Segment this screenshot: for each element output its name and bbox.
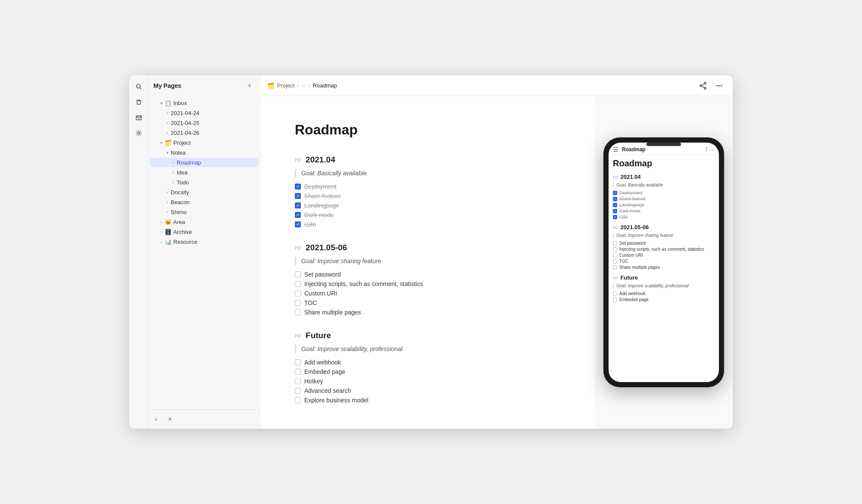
- phone-list-item: Share multiple pages: [613, 264, 715, 270]
- list-item: Embeded page: [295, 367, 560, 376]
- sidebar: My Pages + ▾ 📋 Inbox › 2021-04-24 › 2021…: [148, 75, 260, 429]
- chevron-right-icon: ›: [164, 199, 171, 205]
- list-item: Hotkey: [295, 376, 560, 386]
- svg-point-11: [704, 87, 706, 89]
- sidebar-label-archive: Archive: [173, 229, 192, 235]
- doc-heading-future: H2 Future: [295, 331, 560, 340]
- chevron-right-icon: ›: [164, 109, 171, 116]
- checkbox-i18n[interactable]: [295, 221, 301, 227]
- sidebar-item-beacon[interactable]: › Beacon: [150, 197, 258, 207]
- checkbox-share-multiple[interactable]: [295, 309, 301, 315]
- list-item: I18n: [295, 220, 560, 229]
- checkbox-share-feature[interactable]: [295, 193, 301, 199]
- sidebar-header: My Pages +: [148, 75, 260, 96]
- chevron-right-icon: ›: [170, 169, 177, 176]
- settings-button[interactable]: [132, 126, 146, 140]
- svg-point-14: [716, 85, 718, 87]
- sidebar-label-2021-04-26: 2021-04-26: [171, 130, 200, 136]
- list-item: Add webhook: [295, 358, 560, 367]
- chevron-down-icon: ▾: [164, 149, 171, 156]
- svg-line-12: [702, 84, 704, 85]
- svg-line-13: [702, 86, 704, 88]
- sidebar-item-roadmap[interactable]: › Roadmap: [150, 158, 258, 167]
- breadcrumb: 🗂️ Project / ··· / Roadmap: [267, 82, 337, 89]
- search-button[interactable]: [132, 80, 146, 93]
- checkbox-custom-uri[interactable]: [295, 290, 301, 296]
- svg-point-0: [136, 84, 140, 88]
- checkbox-advanced-search[interactable]: [295, 388, 301, 394]
- phone-section-2021-05-06: H2 2021.05-06 Goal: Improve sharing feat…: [613, 224, 715, 270]
- list-item: Advanced search: [295, 386, 560, 395]
- checkbox-embeded-page[interactable]: [295, 369, 301, 375]
- phone-quote-future: Goal: Improve scalability, professional: [613, 283, 715, 289]
- theme-toggle-button[interactable]: ☀: [164, 413, 176, 425]
- checkbox-toc[interactable]: [295, 300, 301, 306]
- phone-list-item: Embeded page: [613, 296, 715, 302]
- phone-frame: ☰ Roadmap ⤴ ··· Roadmap: [603, 137, 724, 387]
- breadcrumb-project[interactable]: Project: [277, 82, 294, 89]
- breadcrumb-more[interactable]: ···: [301, 82, 306, 89]
- chevron-down-icon: ▾: [158, 100, 165, 106]
- phone-list-item: Injecting scripts, such as comment, stat…: [613, 246, 715, 252]
- phone-list-item: Deployment: [613, 190, 715, 196]
- collapse-sidebar-button[interactable]: «: [150, 413, 162, 425]
- sidebar-label-idea: Idea: [177, 169, 187, 176]
- sidebar-item-archive[interactable]: › 🗄️ Archive: [150, 227, 258, 236]
- sidebar-item-2021-04-25[interactable]: › 2021-04-25: [150, 118, 258, 128]
- sidebar-label-todo: Todo: [177, 179, 189, 186]
- chevron-right-icon: ›: [164, 129, 171, 136]
- sidebar-item-area[interactable]: › 😺 Area: [150, 217, 258, 227]
- list-item: Landingpage: [295, 201, 560, 210]
- sidebar-label-roadmap: Roadmap: [177, 159, 201, 166]
- svg-point-8: [137, 132, 140, 134]
- svg-rect-2: [137, 101, 141, 104]
- checkbox-dark-mode[interactable]: [295, 212, 301, 218]
- phone-quote-2021-05-06: Goal: Improve sharing feature: [613, 233, 715, 238]
- checkbox-deployment[interactable]: [295, 184, 301, 190]
- sidebar-item-todo[interactable]: › Todo: [150, 177, 258, 187]
- phone-heading-future: H2 Future: [613, 274, 715, 281]
- checkbox-landingpage[interactable]: [295, 202, 301, 208]
- doc-list-2021-05-06: Set password Injecting scripts, such as …: [295, 270, 560, 317]
- doc-heading-2021-04: H2 2021.04: [295, 155, 560, 165]
- sidebar-label-shimo: Shimo: [171, 209, 187, 215]
- checkbox-hotkey[interactable]: [295, 378, 301, 384]
- trash-button[interactable]: [132, 95, 146, 109]
- list-item: Set password: [295, 270, 560, 279]
- add-page-button[interactable]: +: [244, 81, 255, 91]
- phone-list-item: Custom URI: [613, 252, 715, 258]
- list-item: Explore business model: [295, 395, 560, 405]
- phone-section-future: H2 Future Goal: Improve scalability, pro…: [613, 274, 715, 302]
- phone-quote-2021-04: Goal: Basically available: [613, 182, 715, 188]
- h2-text-2021-05-06: 2021.05-06: [306, 243, 347, 252]
- sidebar-item-resource[interactable]: › 📊 Resource: [150, 237, 258, 246]
- sidebar-item-shimo[interactable]: › Shimo: [150, 207, 258, 217]
- phone-list-item: TOC: [613, 258, 715, 264]
- h2-label: H2: [295, 245, 301, 250]
- phone-heading-2021-05-06: H2 2021.05-06: [613, 224, 715, 230]
- app-window: My Pages + ▾ 📋 Inbox › 2021-04-24 › 2021…: [129, 75, 733, 429]
- checkbox-explore-business[interactable]: [295, 397, 301, 403]
- sidebar-item-idea[interactable]: › Idea: [150, 168, 258, 177]
- checkbox-set-password[interactable]: [295, 271, 301, 277]
- more-options-button[interactable]: [713, 79, 726, 92]
- doc-section-2021-05-06: H2 2021.05-06 Goal: Improve sharing feat…: [295, 243, 560, 317]
- doc-section-2021-04: H2 2021.04 Goal: Basically available Dep…: [295, 155, 560, 229]
- document-title: Roadmap: [295, 122, 560, 138]
- chevron-right-icon: ›: [164, 189, 171, 196]
- h2-text-2021-04: 2021.04: [306, 155, 335, 165]
- sidebar-item-2021-04-24[interactable]: › 2021-04-24: [150, 108, 258, 118]
- sidebar-label-docsify: Docsify: [171, 189, 189, 196]
- checkbox-injecting-scripts[interactable]: [295, 281, 301, 287]
- list-item: Injecting scripts, such as comment, stat…: [295, 279, 560, 289]
- sidebar-item-project[interactable]: ▾ 🗂️ Project: [150, 138, 258, 147]
- mail-button[interactable]: [132, 111, 146, 124]
- checkbox-add-webhook[interactable]: [295, 359, 301, 365]
- share-button[interactable]: [696, 79, 709, 92]
- sidebar-item-2021-04-26[interactable]: › 2021-04-26: [150, 128, 258, 137]
- sidebar-item-notea[interactable]: ▾ Notea: [150, 148, 258, 157]
- sidebar-item-docsify[interactable]: › Docsify: [150, 187, 258, 197]
- sidebar-label-2021-04-25: 2021-04-25: [171, 120, 200, 126]
- sidebar-item-inbox[interactable]: ▾ 📋 Inbox: [150, 98, 258, 108]
- phone-list-item: Set password: [613, 240, 715, 246]
